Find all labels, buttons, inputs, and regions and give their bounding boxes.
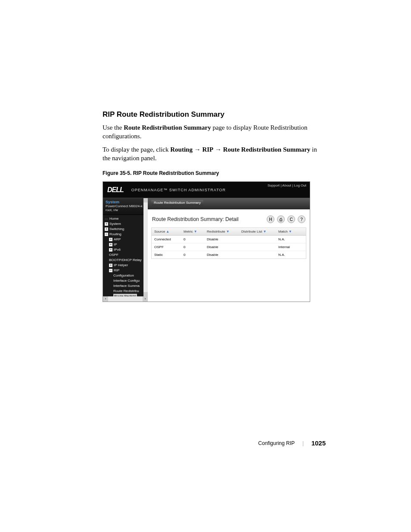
- top-links[interactable]: Support | About | Log Out: [268, 184, 306, 187]
- cell-redistribute: Disable: [204, 251, 239, 258]
- tree-item-routing[interactable]: −Routing: [105, 232, 148, 237]
- tree-label: IPv6: [114, 247, 121, 252]
- tree-collapse-icon[interactable]: −: [105, 233, 108, 236]
- col-header-source[interactable]: Source▲: [152, 228, 181, 235]
- tree-item-bootp[interactable]: BOOTP/DHCP Relay: [105, 258, 148, 263]
- footer-section: Configuring RIP: [258, 440, 295, 446]
- tree-collapse-icon[interactable]: −: [109, 269, 112, 272]
- cell-distlist: [239, 243, 276, 251]
- app-topbar: DELL OPENMANAGE™ SWITCH ADMINISTRATOR Su…: [103, 182, 310, 198]
- tree-expand-icon[interactable]: +: [109, 238, 112, 241]
- help-icon[interactable]: ?: [298, 215, 305, 223]
- tree-item-iphelper[interactable]: +IP Helper: [105, 263, 148, 268]
- nav-rip: RIP: [202, 146, 213, 153]
- scroll-left-icon[interactable]: ‹: [103, 296, 108, 302]
- app-title: OPENMANAGE™ SWITCH ADMINISTRATOR: [131, 188, 226, 192]
- text: To display the page, click: [103, 146, 170, 153]
- cell-source: Static: [152, 251, 181, 258]
- arrow: →: [193, 146, 202, 153]
- cell-source: OSPF: [152, 243, 181, 251]
- tree-expand-icon[interactable]: +: [109, 243, 112, 246]
- breadcrumb-item[interactable]: Route Redistribution Summary: [151, 200, 203, 205]
- figure-screenshot: DELL OPENMANAGE™ SWITCH ADMINISTRATOR Su…: [103, 181, 310, 302]
- cell-distlist: [239, 236, 276, 243]
- tree-label: Interface Configu: [113, 278, 140, 283]
- sidebar-hscrollbar[interactable]: ‹›: [103, 296, 148, 302]
- tree-item-routeredist[interactable]: Route Redistribu: [105, 289, 148, 294]
- summary-table: Source▲ Metric▼ Redistribute▼ Distribute…: [151, 227, 306, 259]
- table-row: Connected 0 Disable N.A.: [152, 236, 306, 243]
- tree-item-ipv6[interactable]: +IPv6: [105, 247, 148, 252]
- tree-expand-icon[interactable]: +: [109, 248, 112, 252]
- breadcrumb-bar: Route Redistribution Summary: [148, 198, 310, 209]
- tree-item-ifconfig[interactable]: Interface Configu: [105, 278, 148, 283]
- main-panel: Route Redistribution Summary Route Redis…: [148, 198, 310, 296]
- tree-item-home[interactable]: —Home: [105, 216, 148, 221]
- nav-route-redist-summary: Route Redistribution Summary: [223, 146, 311, 153]
- detail-title: Route Redistribution Summary: Detail: [152, 216, 239, 222]
- col-header-metric[interactable]: Metric▼: [181, 228, 204, 235]
- tree-item-system[interactable]: +System: [105, 221, 148, 227]
- tree-label: IP: [114, 242, 117, 247]
- tree-label-selected: Route Redistri: [113, 294, 137, 296]
- page-footer: Configuring RIP | 1025: [258, 439, 326, 447]
- tree-item-configuration[interactable]: Configuration: [105, 273, 148, 278]
- cell-metric: 0: [181, 236, 204, 243]
- tree-label: IP Helper: [114, 263, 128, 268]
- tree-expand-icon[interactable]: +: [105, 227, 108, 231]
- table-row: OSPF 0 Disable Internal: [152, 243, 306, 251]
- table-header-row: Source▲ Metric▼ Redistribute▼ Distribute…: [152, 228, 306, 236]
- tree-item-ospf[interactable]: OSPF: [105, 252, 148, 258]
- sidebar-system-label: System: [106, 200, 145, 204]
- col-header-redistribute[interactable]: Redistribute▼: [204, 228, 239, 235]
- sidebar-header: System PowerConnect M8024-k root, r/w: [103, 198, 148, 215]
- col-header-label: Source: [154, 230, 165, 233]
- figure-caption: Figure 35-5. RIP Route Redistribution Su…: [103, 170, 318, 176]
- section-heading: RIP Route Redistribution Summary: [103, 110, 318, 119]
- intro-paragraph-2: To display the page, click Routing → RIP…: [103, 145, 318, 163]
- col-header-match[interactable]: Match▼: [276, 228, 306, 235]
- col-header-label: Distribute List: [241, 230, 262, 233]
- tree-item-rip[interactable]: −RIP: [105, 268, 148, 273]
- cell-metric: 0: [181, 251, 204, 258]
- save-icon[interactable]: H: [267, 215, 274, 223]
- tree-label: Route Redistribu: [113, 289, 139, 294]
- tree-label: Home: [109, 216, 118, 221]
- sort-icon: ▼: [263, 230, 266, 233]
- col-header-label: Metric: [184, 230, 193, 233]
- col-header-label: Match: [278, 230, 288, 233]
- nav-routing: Routing: [170, 146, 193, 153]
- tree-expand-icon[interactable]: +: [109, 264, 112, 267]
- print-icon[interactable]: ⎙: [277, 215, 285, 223]
- sidebar-vscrollbar[interactable]: [143, 198, 148, 296]
- cell-metric: 0: [181, 243, 204, 251]
- cell-redistribute: Disable: [204, 243, 239, 251]
- table-row: Static 0 Disable N.A.: [152, 251, 306, 258]
- text-bold: Route Redistribution Summary: [124, 124, 211, 131]
- cell-match: N.A.: [276, 251, 306, 258]
- cell-distlist: [239, 251, 276, 258]
- sort-icon: ▼: [194, 230, 197, 233]
- tree-label: BOOTP/DHCP Relay: [109, 258, 141, 263]
- tree-item-arp[interactable]: +ARP: [105, 237, 148, 242]
- toolbar-icons: H ⎙ C ?: [267, 215, 305, 223]
- refresh-icon[interactable]: C: [287, 215, 295, 223]
- tree-label: System: [109, 221, 121, 227]
- scroll-right-icon[interactable]: ›: [143, 296, 148, 302]
- col-header-label: Redistribute: [207, 230, 225, 233]
- nav-sidebar: System PowerConnect M8024-k root, r/w —H…: [103, 198, 148, 296]
- tree-label: OSPF: [109, 252, 118, 258]
- tree-item-ifsummary[interactable]: Interface Summa: [105, 283, 148, 289]
- tree-item-switching[interactable]: +Switching: [105, 227, 148, 232]
- footer-divider: |: [302, 440, 304, 447]
- col-header-distlist[interactable]: Distribute List▼: [239, 228, 276, 235]
- tree-item-routeredist-selected[interactable]: Route Redistri: [105, 294, 148, 296]
- tree-item-ip[interactable]: +IP: [105, 242, 148, 247]
- cell-redistribute: Disable: [204, 236, 239, 243]
- footer-page-number: 1025: [311, 439, 326, 447]
- sort-icon: ▼: [226, 230, 230, 233]
- tree-dash-icon: —: [105, 216, 108, 221]
- tree-expand-icon[interactable]: +: [105, 222, 108, 226]
- sidebar-user: root, r/w: [106, 208, 145, 212]
- tree-label: RIP: [114, 268, 119, 273]
